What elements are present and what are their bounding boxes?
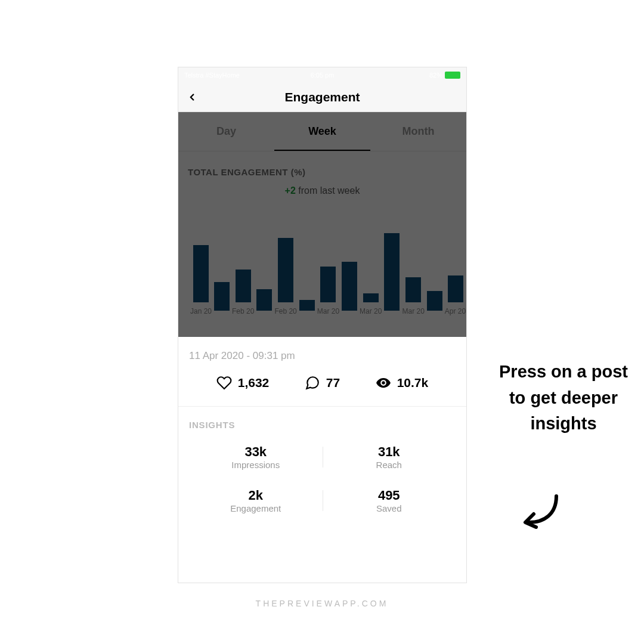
bar-column bbox=[256, 289, 272, 315]
bar bbox=[256, 289, 272, 311]
comments-value: 77 bbox=[326, 376, 340, 390]
bar-column: Mar 20 bbox=[317, 267, 339, 315]
bar-label: Feb 20 bbox=[232, 307, 254, 315]
bar-column bbox=[384, 233, 400, 316]
insight-value: 31k bbox=[323, 444, 456, 460]
arrow-icon bbox=[522, 491, 564, 533]
bar bbox=[427, 291, 442, 311]
insight-label: Impressions bbox=[189, 460, 323, 470]
views-stat: 10.7k bbox=[376, 375, 429, 391]
delta-value: +2 bbox=[285, 185, 296, 196]
bar bbox=[214, 282, 230, 311]
status-bar: Telstra #StayHome 6:05 pm 82% bbox=[178, 67, 466, 83]
bar-column: Jan 20 bbox=[190, 245, 212, 315]
tab-day[interactable]: Day bbox=[178, 125, 274, 138]
bar bbox=[193, 245, 209, 302]
insight-engagement: 2k Engagement bbox=[189, 488, 323, 513]
likes-stat: 1,632 bbox=[216, 375, 270, 391]
chart-area: TOTAL ENGAGEMENT (%) +2 from last week J… bbox=[178, 151, 466, 337]
post-date: 11 Apr 2020 - 09:31 pm bbox=[189, 350, 456, 362]
post-stats-row: 1,632 77 10.7k bbox=[189, 375, 456, 391]
insight-label: Engagement bbox=[189, 503, 323, 513]
delta-suffix: from last week bbox=[296, 185, 360, 196]
bar-label: Feb 20 bbox=[274, 307, 296, 315]
insight-reach: 31k Reach bbox=[323, 444, 456, 470]
tab-week[interactable]: Week bbox=[274, 125, 370, 138]
period-tabs: Day Week Month bbox=[178, 112, 466, 151]
carrier-text: Telstra #StayHome bbox=[184, 72, 240, 79]
insight-value: 495 bbox=[323, 488, 456, 503]
bar bbox=[236, 270, 251, 303]
insight-impressions: 33k Impressions bbox=[189, 444, 323, 470]
bar-chart: Jan 20Feb 20Feb 20Mar 20Mar 20Mar 20Apr … bbox=[188, 213, 457, 315]
battery-icon bbox=[445, 72, 460, 79]
bar bbox=[320, 267, 336, 302]
back-button[interactable] bbox=[187, 88, 197, 107]
bar bbox=[384, 233, 400, 311]
insight-label: Reach bbox=[323, 460, 456, 470]
bar-column: Mar 20 bbox=[402, 277, 424, 315]
insights-title: INSIGHTS bbox=[189, 420, 456, 430]
bar-column: Feb 20 bbox=[274, 238, 296, 315]
bar-label: Mar 20 bbox=[402, 307, 424, 315]
bar-label: Mar 20 bbox=[360, 307, 382, 315]
heart-icon bbox=[216, 375, 232, 391]
chevron-left-icon bbox=[187, 92, 197, 103]
insight-label: Saved bbox=[323, 503, 456, 513]
bar-label: Apr 20 bbox=[445, 307, 466, 315]
clock: 6:05 pm bbox=[311, 72, 335, 79]
chart-title: TOTAL ENGAGEMENT (%) bbox=[188, 167, 457, 177]
bar bbox=[278, 238, 293, 302]
phone-frame: Telstra #StayHome 6:05 pm 82% Engagement… bbox=[178, 67, 467, 583]
bar bbox=[448, 275, 463, 302]
bar-column bbox=[342, 262, 357, 316]
bar-column bbox=[214, 282, 230, 315]
nav-bar: Engagement bbox=[178, 83, 466, 112]
insights-section: INSIGHTS 33k Impressions 31k Reach 2k En… bbox=[178, 407, 466, 531]
bar bbox=[299, 300, 315, 311]
bar-column: Feb 20 bbox=[232, 270, 254, 316]
bar-label: Jan 20 bbox=[190, 307, 212, 315]
tab-month[interactable]: Month bbox=[370, 125, 466, 138]
views-value: 10.7k bbox=[397, 376, 429, 390]
bar-column bbox=[299, 300, 315, 315]
post-card[interactable]: 11 Apr 2020 - 09:31 pm 1,632 77 10.7k bbox=[178, 337, 466, 407]
engagement-panel: Day Week Month TOTAL ENGAGEMENT (%) +2 f… bbox=[178, 112, 466, 337]
bar bbox=[405, 277, 421, 302]
bar-column bbox=[427, 291, 442, 315]
bar-column: Apr 20 bbox=[445, 275, 466, 315]
callout-text: Press on a post to get deeper insights bbox=[498, 359, 629, 437]
bar-column: Mar 20 bbox=[360, 293, 382, 315]
insights-grid: 33k Impressions 31k Reach 2k Engagement … bbox=[189, 444, 456, 513]
insight-saved: 495 Saved bbox=[323, 488, 456, 513]
likes-value: 1,632 bbox=[238, 376, 270, 390]
page-title: Engagement bbox=[178, 90, 466, 104]
bar bbox=[363, 293, 379, 302]
bar-label: Mar 20 bbox=[317, 307, 339, 315]
insight-value: 2k bbox=[189, 488, 323, 503]
insight-value: 33k bbox=[189, 444, 323, 460]
comment-icon bbox=[305, 375, 320, 391]
eye-icon bbox=[376, 375, 391, 391]
footer-link: THEPREVIEWAPP.COM bbox=[256, 599, 389, 608]
battery-pct: 82% bbox=[429, 72, 442, 79]
bar bbox=[342, 262, 357, 311]
comments-stat: 77 bbox=[305, 375, 340, 391]
chart-delta: +2 from last week bbox=[188, 185, 457, 196]
